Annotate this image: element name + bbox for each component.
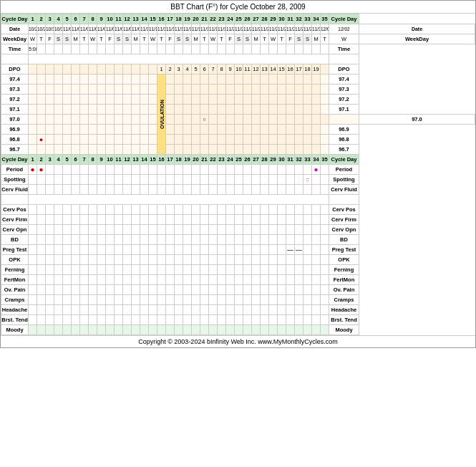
cd5: 5 bbox=[63, 14, 72, 24]
temp-971-label: 97.1 bbox=[1, 105, 29, 115]
temp-971-right: 97.1 bbox=[329, 105, 359, 115]
cerv-firm-label: Cerv Firm bbox=[1, 215, 29, 225]
cd7: 7 bbox=[80, 14, 89, 24]
cerv-opn-row: Cerv Opn Cerv Opn bbox=[1, 225, 475, 235]
temp-974-label: 97.4 bbox=[1, 74, 29, 85]
footer: Copyright © 2003-2024 bInfinity Web Inc.… bbox=[1, 335, 475, 347]
cd12: 12 bbox=[123, 14, 132, 24]
dpo-label: DPO bbox=[1, 64, 29, 74]
cd33: 33 bbox=[303, 14, 312, 24]
temp-972-row: 97.2 97.2 bbox=[1, 95, 475, 105]
bd-label-right: BD bbox=[329, 235, 359, 245]
cramps-row: Cramps Cramps bbox=[1, 295, 475, 305]
date-row: Date 10/28 10/29 10/30 10/31 11/01 11/02… bbox=[1, 24, 475, 34]
weekday-label-right: WeekDay bbox=[359, 34, 475, 44]
temp-970-right: 97.0 bbox=[359, 115, 475, 125]
ferning-label: Ferning bbox=[1, 265, 29, 275]
ov-pain-label: Ov. Pain bbox=[1, 285, 29, 295]
cd24: 24 bbox=[226, 14, 235, 24]
period-label-right: Period bbox=[329, 165, 359, 175]
cd1: 1 bbox=[29, 14, 37, 24]
cramps-label: Cramps bbox=[1, 295, 29, 305]
main-chart-container: BBT Chart (F°) for Cycle October 28, 200… bbox=[0, 0, 476, 348]
temp-967-right: 96.7 bbox=[329, 145, 359, 155]
brst-tend-row: Brst. Tend Brst. Tend bbox=[1, 315, 475, 325]
temp-969-label: 96.9 bbox=[1, 125, 29, 135]
brst-tend-label-right: Brst. Tend bbox=[329, 315, 359, 325]
cerv-pos-label-right: Cerv Pos bbox=[329, 205, 359, 215]
cycle-day-label-2-right: Cycle Day bbox=[329, 155, 359, 165]
moody-label: Moody bbox=[1, 325, 29, 335]
cd8: 8 bbox=[89, 14, 97, 24]
temp-974-right: 97.4 bbox=[329, 74, 359, 85]
period-row: Period ● ● ● Period bbox=[1, 165, 475, 175]
cerv-firm-label-right: Cerv Firm bbox=[329, 215, 359, 225]
temp-974-row: 97.4 OVULATION 97.4 bbox=[1, 74, 475, 85]
cd17: 17 bbox=[166, 14, 175, 24]
brst-tend-label: Brst. Tend bbox=[1, 315, 29, 325]
cerv-opn-label-right: Cerv Opn bbox=[329, 225, 359, 235]
cd25: 25 bbox=[235, 14, 243, 24]
fertmon-label-right: FertMon bbox=[329, 275, 359, 285]
temp-968-row: 96.8 ● 96.8 bbox=[1, 135, 475, 145]
cerv-pos-row: Cerv Pos Cerv Pos bbox=[1, 205, 475, 215]
ferning-row: Ferning Ferning bbox=[1, 265, 475, 275]
cd26: 26 bbox=[243, 14, 252, 24]
cd16: 16 bbox=[157, 14, 166, 24]
fertmon-row: FertMon FertMon bbox=[1, 275, 475, 285]
cd27: 27 bbox=[252, 14, 261, 24]
ov-pain-row: Ov. Pain Ov. Pain bbox=[1, 285, 475, 295]
ov-pain-label-right: Ov. Pain bbox=[329, 285, 359, 295]
headache-label-right: Headache bbox=[329, 305, 359, 315]
chart-title: BBT Chart (F°) for Cycle October 28, 200… bbox=[1, 1, 475, 14]
cd19: 19 bbox=[183, 14, 192, 24]
preg-test-row: Preg Test — — Preg Test bbox=[1, 245, 475, 255]
temp-967-row: 96.7 96.7 bbox=[1, 145, 475, 155]
cd31: 31 bbox=[286, 14, 295, 24]
bd-row: BD BD bbox=[1, 235, 475, 245]
date-label-right: Date bbox=[359, 24, 475, 34]
cd14: 14 bbox=[140, 14, 149, 24]
temp-968-right: 96.8 bbox=[329, 135, 359, 145]
cycle-day-label: Cycle Day bbox=[1, 14, 29, 24]
dpo-label-right: DPO bbox=[329, 64, 359, 74]
cycle-day-label-2: Cycle Day bbox=[1, 155, 29, 165]
cd20: 20 bbox=[192, 14, 200, 24]
time-row: Time 5:00 Time bbox=[1, 44, 475, 54]
cd22: 22 bbox=[209, 14, 218, 24]
time-label: Time bbox=[1, 44, 29, 54]
opk-label: OPK bbox=[1, 255, 29, 265]
date-label: Date bbox=[1, 24, 29, 34]
cd11: 11 bbox=[115, 14, 123, 24]
cerv-fluid-label: Cerv Fluid bbox=[1, 185, 29, 195]
temp-968-label: 96.8 bbox=[1, 135, 29, 145]
ferning-label-right: Ferning bbox=[329, 265, 359, 275]
moody-row: Moody Moody bbox=[1, 325, 475, 335]
preg-test-label: Preg Test bbox=[1, 245, 29, 255]
cd-label-right: Cycle Day bbox=[329, 14, 359, 24]
cycle-day-row-2: Cycle Day 1234 5678 9101112 13141516 171… bbox=[1, 155, 475, 165]
cd13: 13 bbox=[132, 14, 140, 24]
bd-label: BD bbox=[1, 235, 29, 245]
cd34: 34 bbox=[312, 14, 321, 24]
cerv-pos-label: Cerv Pos bbox=[1, 205, 29, 215]
cd2: 2 bbox=[37, 14, 46, 24]
cd35: 35 bbox=[321, 14, 329, 24]
spotting-row: Spotting :: Spotting bbox=[1, 175, 475, 185]
cd4: 4 bbox=[54, 14, 63, 24]
headache-row: Headache Headache bbox=[1, 305, 475, 315]
moody-label-right: Moody bbox=[329, 325, 359, 335]
cerv-firm-row: Cerv Firm Cerv Firm bbox=[1, 215, 475, 225]
temp-973-right: 97.3 bbox=[329, 85, 359, 95]
headache-label: Headache bbox=[1, 305, 29, 315]
temp-972-right: 97.2 bbox=[329, 95, 359, 105]
opk-label-right: OPK bbox=[329, 255, 359, 265]
cd21: 21 bbox=[200, 14, 209, 24]
temp-969-row: 96.9 96.9 bbox=[1, 125, 475, 135]
temp-970-row: 97.0 ○ 97.0 bbox=[1, 115, 475, 125]
preg-test-label-right: Preg Test bbox=[329, 245, 359, 255]
cd23: 23 bbox=[218, 14, 226, 24]
temp-973-row: 97.3 97.3 bbox=[1, 85, 475, 95]
temp-973-label: 97.3 bbox=[1, 85, 29, 95]
spotting-label: Spotting bbox=[1, 175, 29, 185]
